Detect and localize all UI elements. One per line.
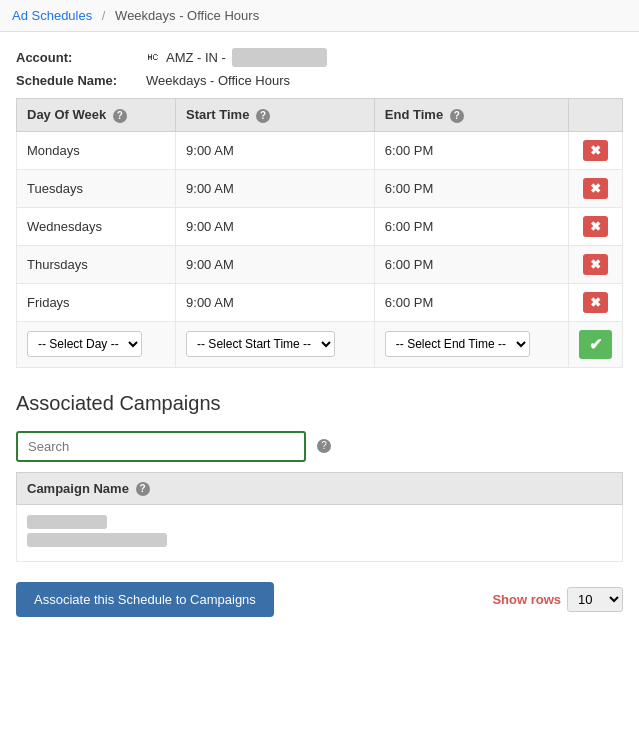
footer-bar: Associate this Schedule to Campaigns Sho… xyxy=(16,582,623,637)
associate-schedule-button[interactable]: Associate this Schedule to Campaigns xyxy=(16,582,274,617)
amazon-icon: 🅪 xyxy=(146,50,160,66)
table-row: Thursdays 9:00 AM 6:00 PM ✖ xyxy=(17,245,623,283)
end-time-cell: 6:00 PM xyxy=(374,207,568,245)
delete-cell: ✖ xyxy=(569,169,623,207)
account-blurred-value xyxy=(232,48,327,67)
end-time-cell: 6:00 PM xyxy=(374,245,568,283)
day-cell: Fridays xyxy=(17,283,176,321)
start-time-cell: 9:00 AM xyxy=(176,169,375,207)
end-time-cell: 6:00 PM xyxy=(374,283,568,321)
account-text-prefix: AMZ - IN - xyxy=(166,50,226,65)
select-day-dropdown[interactable]: -- Select Day --MondaysTuesdaysWednesday… xyxy=(27,331,142,357)
schedule-name-row: Schedule Name: Weekdays - Office Hours xyxy=(16,73,623,88)
end-time-cell: 6:00 PM xyxy=(374,131,568,169)
delete-cell: ✖ xyxy=(569,131,623,169)
delete-cell: ✖ xyxy=(569,245,623,283)
campaign-header-row: Campaign Name ? xyxy=(17,472,623,505)
campaign-table: Campaign Name ? xyxy=(16,472,623,563)
col-campaign-name: Campaign Name ? xyxy=(17,472,623,505)
day-cell: Thursdays xyxy=(17,245,176,283)
schedule-name-label: Schedule Name: xyxy=(16,73,146,88)
start-time-help-icon[interactable]: ? xyxy=(256,109,270,123)
end-time-help-icon[interactable]: ? xyxy=(450,109,464,123)
breadcrumb-separator: / xyxy=(102,8,106,23)
associated-campaigns-title: Associated Campaigns xyxy=(16,392,623,415)
select-row: -- Select Day --MondaysTuesdaysWednesday… xyxy=(17,321,623,367)
day-cell: Wednesdays xyxy=(17,207,176,245)
end-time-cell: 6:00 PM xyxy=(374,169,568,207)
delete-row-button[interactable]: ✖ xyxy=(583,292,608,313)
show-rows-wrap: Show rows 5102550100 xyxy=(492,587,623,612)
start-time-cell: 9:00 AM xyxy=(176,283,375,321)
table-row: Wednesdays 9:00 AM 6:00 PM ✖ xyxy=(17,207,623,245)
col-start-time: Start Time ? xyxy=(176,99,375,132)
start-time-cell: 9:00 AM xyxy=(176,207,375,245)
select-start-time-dropdown[interactable]: -- Select Start Time --12:00 AM1:00 AM2:… xyxy=(186,331,335,357)
campaign-search-help-icon[interactable]: ? xyxy=(317,439,331,453)
table-row: Mondays 9:00 AM 6:00 PM ✖ xyxy=(17,131,623,169)
table-row: Tuesdays 9:00 AM 6:00 PM ✖ xyxy=(17,169,623,207)
campaign-cell xyxy=(17,505,623,562)
account-value: 🅪 AMZ - IN - xyxy=(146,48,327,67)
main-content: Account: 🅪 AMZ - IN - Schedule Name: Wee… xyxy=(0,32,639,653)
delete-cell: ✖ xyxy=(569,207,623,245)
schedule-table: Day Of Week ? Start Time ? End Time ? Mo… xyxy=(16,98,623,368)
breadcrumb-parent-link[interactable]: Ad Schedules xyxy=(12,8,92,23)
schedule-name-value: Weekdays - Office Hours xyxy=(146,73,290,88)
delete-cell: ✖ xyxy=(569,283,623,321)
day-cell: Mondays xyxy=(17,131,176,169)
search-input[interactable] xyxy=(16,431,306,462)
show-rows-label: Show rows xyxy=(492,592,561,607)
day-cell: Tuesdays xyxy=(17,169,176,207)
select-end-time-dropdown[interactable]: -- Select End Time --12:00 AM1:00 AM2:00… xyxy=(385,331,530,357)
col-actions xyxy=(569,99,623,132)
breadcrumb-current: Weekdays - Office Hours xyxy=(115,8,259,23)
col-end-time: End Time ? xyxy=(374,99,568,132)
blurred-campaign-row-2 xyxy=(27,533,167,547)
account-row: Account: 🅪 AMZ - IN - xyxy=(16,48,623,67)
table-row xyxy=(17,505,623,562)
breadcrumb: Ad Schedules / Weekdays - Office Hours xyxy=(0,0,639,32)
account-label: Account: xyxy=(16,50,146,65)
confirm-row-button[interactable]: ✔ xyxy=(579,330,612,359)
delete-row-button[interactable]: ✖ xyxy=(583,140,608,161)
campaign-name-help-icon[interactable]: ? xyxy=(136,482,150,496)
blurred-campaign-row-1 xyxy=(27,515,107,529)
delete-row-button[interactable]: ✖ xyxy=(583,254,608,275)
start-time-cell: 9:00 AM xyxy=(176,245,375,283)
rows-per-page-select[interactable]: 5102550100 xyxy=(567,587,623,612)
delete-row-button[interactable]: ✖ xyxy=(583,216,608,237)
search-bar-wrap: ? xyxy=(16,431,623,462)
table-row: Fridays 9:00 AM 6:00 PM ✖ xyxy=(17,283,623,321)
start-time-cell: 9:00 AM xyxy=(176,131,375,169)
delete-row-button[interactable]: ✖ xyxy=(583,178,608,199)
col-day-of-week: Day Of Week ? xyxy=(17,99,176,132)
table-header-row: Day Of Week ? Start Time ? End Time ? xyxy=(17,99,623,132)
day-help-icon[interactable]: ? xyxy=(113,109,127,123)
